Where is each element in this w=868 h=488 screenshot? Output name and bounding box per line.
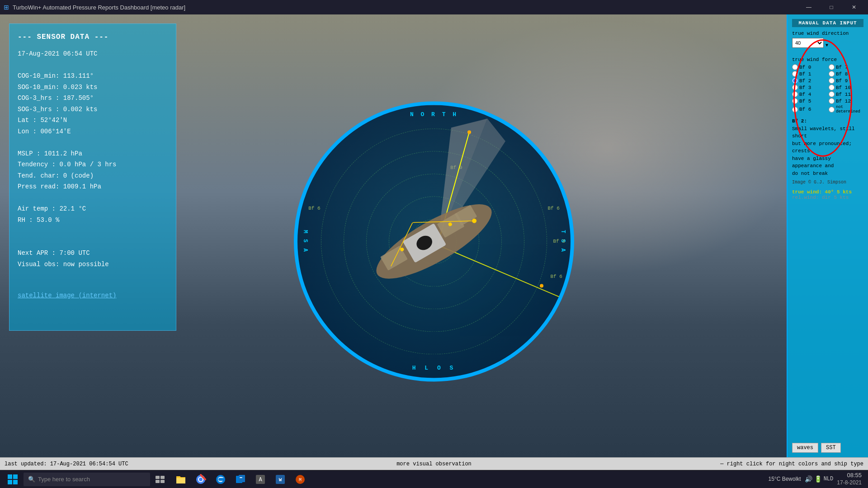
clock-date-val: 17-8-2021 (837, 479, 862, 487)
bf12-option[interactable]: Bf 12 (829, 98, 863, 104)
wind-force-grid: Bf 0 Bf 7 Bf 1 Bf 8 Bf 2 Bf 9 Bf 3 Bf 10… (792, 64, 863, 114)
windows-icon (7, 474, 18, 485)
close-button[interactable]: ✕ (844, 0, 864, 14)
svg-point-3 (566, 306, 571, 310)
bf-desc-title: Bf 2: (792, 118, 807, 124)
app7-icon-svg: M (295, 474, 306, 485)
outlook-icon[interactable] (231, 471, 250, 488)
bf5-option[interactable]: Bf 5 (792, 98, 827, 104)
chrome-icon-svg (195, 474, 206, 485)
word-icon[interactable]: W (271, 471, 289, 488)
sensor-rh: RH : 53.0 % (18, 215, 168, 226)
statusbar-center: more visual observation (219, 461, 649, 467)
sensor-cog3: COG-3_hrs : 187.505° (18, 93, 168, 104)
sensor-data: 17-Aug-2021 06:54 UTC COG-10_min: 113.11… (18, 48, 168, 301)
bf8-option[interactable]: Bf 8 (829, 71, 863, 77)
language-indicator: NLD (824, 476, 834, 482)
edge-icon-svg (215, 474, 226, 485)
waves-sst-row: waves SST (792, 443, 841, 453)
sensor-air-temp: Air temp : 22.1 °C (18, 203, 168, 215)
image-credit: Image © G.J. Simpson (792, 180, 863, 185)
edge-icon[interactable] (212, 471, 230, 488)
window-title: TurboWin+ Automated Pressure Reports Das… (13, 4, 185, 11)
folder-icon (175, 474, 186, 484)
bf-label-6-rb: Bf 6 (550, 274, 562, 280)
taskview-icon (156, 476, 165, 483)
radar-ring-5 (321, 128, 547, 354)
bf3-option[interactable]: Bf 3 (792, 84, 827, 90)
chrome-icon[interactable] (192, 471, 210, 488)
rel-wind-info: rel.wind: dir 5 kts (792, 195, 863, 200)
sensor-tend-char: Tend. char: 0 (code) (18, 170, 168, 182)
sensor-tendency: Tendency : 0.0 hPa / 3 hrs (18, 159, 168, 170)
svg-rect-28 (239, 475, 245, 482)
wind-dir-select[interactable]: 40 45 50 180 270 360 (792, 38, 824, 48)
radar-circle: N O R T H H L O S T S A M S A Bf 9 Bf 6 … (294, 101, 574, 381)
taskbar-search[interactable]: 🔍 Type here to search (24, 473, 150, 486)
svg-point-26 (199, 478, 203, 481)
statusbar: last updated: 17-Aug-2021 06:54:54 UTC m… (0, 457, 868, 470)
clock-date: 08:55 17-8-2021 (837, 472, 862, 486)
sensor-lon: Lon : 006°14'E (18, 126, 168, 137)
sensor-next-apr: Next APR : 7:00 UTC (18, 248, 168, 259)
taskview-button[interactable] (151, 471, 169, 488)
svg-text:A: A (259, 477, 262, 483)
bf2-option[interactable]: Bf 2 (792, 78, 827, 84)
bf-label-6-lt: Bf 6 (308, 206, 320, 211)
sensor-panel: --- SENSOR DATA --- 17-Aug-2021 06:54 UT… (9, 23, 176, 331)
bf-desc-text: Small wavelets, still shortbut more pron… (792, 126, 855, 176)
compass-north: N O R T H (410, 111, 458, 118)
bf-label-6-rt: Bf 6 (547, 206, 559, 211)
taskbar: 🔍 Type here to search (0, 470, 868, 488)
bf-label-9: Bf 9 (450, 165, 462, 170)
sst-button[interactable]: SST (821, 443, 841, 453)
compass-south: H L O S (412, 365, 456, 371)
bf4-option[interactable]: Bf 4 (792, 91, 827, 97)
bf6-option[interactable]: Bf 6 (792, 105, 827, 114)
app7-icon[interactable]: M (291, 471, 309, 488)
bf1-option[interactable]: Bf 1 (792, 71, 827, 77)
compass-west: M S A (302, 230, 308, 253)
bf7-option[interactable]: Bf 7 (829, 64, 863, 70)
bf0-option[interactable]: Bf 0 (792, 64, 827, 70)
true-wind-info: true wind: 40° 5 kts (792, 189, 863, 195)
minimize-button[interactable]: — (798, 0, 819, 14)
start-button[interactable] (3, 472, 23, 487)
radar-container: N O R T H H L O S T S A M S A Bf 9 Bf 6 … (294, 101, 574, 381)
svg-rect-21 (160, 476, 165, 479)
app5-icon-svg: A (255, 474, 266, 485)
svg-rect-22 (156, 480, 160, 483)
titlebar-controls: — □ ✕ (798, 0, 864, 14)
bfnd-option[interactable]: not determined (829, 105, 863, 114)
svg-rect-18 (8, 480, 12, 484)
app5-icon[interactable]: A (251, 471, 269, 488)
titlebar: ⊞ TurboWin+ Automated Pressure Reports D… (0, 0, 868, 14)
file-explorer-icon[interactable] (172, 471, 190, 488)
waves-button[interactable]: waves (792, 443, 818, 453)
svg-text:M: M (299, 478, 302, 483)
clock-time: 08:55 (837, 472, 862, 479)
svg-text:W: W (279, 477, 282, 483)
svg-rect-17 (13, 474, 18, 479)
maximize-button[interactable]: □ (821, 0, 842, 14)
search-placeholder: Type here to search (38, 476, 90, 483)
sensor-visual-obs: Visual obs: now possible (18, 259, 168, 270)
bf11-option[interactable]: Bf 11 (829, 91, 863, 97)
sensor-heading: --- SENSOR DATA --- (18, 33, 168, 41)
manual-panel: MANUAL DATA INPUT true wind direction 40… (787, 14, 868, 457)
svg-rect-23 (160, 480, 165, 483)
satellite-link[interactable]: satellite image (internet) (18, 290, 168, 301)
svg-rect-29 (240, 477, 242, 478)
bf9-option[interactable]: Bf 9 (829, 78, 863, 84)
sensor-lat: Lat : 52°42'N (18, 115, 168, 126)
bf-label-3: Bf 3 (553, 239, 565, 244)
sensor-sog10: SOG-10_min: 0.023 kts (18, 82, 168, 93)
svg-rect-19 (13, 480, 18, 484)
sensor-cog10: COG-10_min: 113.111° (18, 70, 168, 82)
background: N O R T H H L O S T S A M S A Bf 9 Bf 6 … (0, 14, 868, 457)
svg-rect-16 (8, 474, 12, 479)
sensor-mslp: MSLP : 1011.2 hPa (18, 148, 168, 160)
word-icon-svg: W (275, 474, 286, 485)
bf10-option[interactable]: Bf 10 (829, 84, 863, 90)
main-area: N O R T H H L O S T S A M S A Bf 9 Bf 6 … (0, 14, 868, 457)
